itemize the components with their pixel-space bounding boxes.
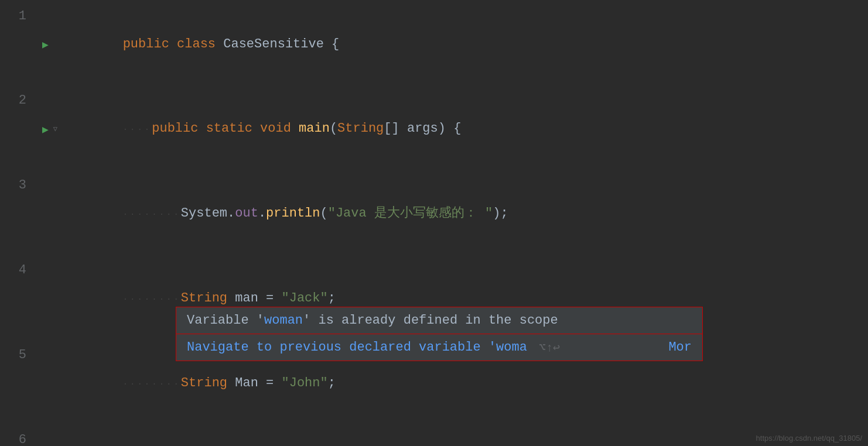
line-number-1: 1 <box>0 2 32 87</box>
editor: 1 ▶ public class CaseSensitive { 2 ▶ ▽ ·… <box>0 0 868 446</box>
line-3: 3 ········System.out.println("Java 是大小写敏… <box>0 171 868 256</box>
tooltip-error: Variable 'woman' is already defined in t… <box>176 307 703 334</box>
line-gutter-5 <box>32 341 59 426</box>
line-2: 2 ▶ ▽ ····public static void main(String… <box>0 87 868 171</box>
run-icon-2[interactable]: ▶ <box>42 123 49 136</box>
line-number-4: 4 <box>0 256 32 341</box>
fold-icon-2[interactable]: ▽ <box>53 125 57 133</box>
line-gutter-3 <box>32 171 59 256</box>
tooltip-more[interactable]: Mor <box>668 340 692 355</box>
line-gutter-2: ▶ ▽ <box>32 87 59 171</box>
code-area: 1 ▶ public class CaseSensitive { 2 ▶ ▽ ·… <box>0 0 868 446</box>
line-number-6: 6 <box>0 426 32 446</box>
watermark: https://blog.csdn.net/qq_31805/ <box>756 434 862 442</box>
line-gutter-1: ▶ <box>32 2 59 87</box>
run-icon-1[interactable]: ▶ <box>42 38 49 51</box>
line-number-2: 2 <box>0 87 32 171</box>
tooltip-var: woman <box>264 313 303 328</box>
line-content-3: ········System.out.println("Java 是大小写敏感的… <box>59 171 868 256</box>
tooltip-nav[interactable]: Navigate to previous declared variable '… <box>176 334 703 361</box>
line-6: 6 ········System.out.println("man: " + m… <box>0 426 868 446</box>
tooltip-wrapper: Variable 'woman' is already defined in t… <box>176 307 703 361</box>
line-content-1: public class CaseSensitive { <box>59 2 868 87</box>
line-number-5: 5 <box>0 341 32 426</box>
line-number-3: 3 <box>0 171 32 256</box>
line-gutter-4 <box>32 256 59 341</box>
line-content-2: ····public static void main(String[] arg… <box>59 87 868 171</box>
line-1: 1 ▶ public class CaseSensitive { <box>0 2 868 87</box>
line-gutter-6 <box>32 426 59 446</box>
line-content-6: ········System.out.println("man: " + man… <box>59 426 868 446</box>
tooltip-nav-text: Navigate to previous declared variable '… <box>187 340 527 355</box>
tooltip-shortcut: ⌥↑↩ <box>532 340 560 355</box>
